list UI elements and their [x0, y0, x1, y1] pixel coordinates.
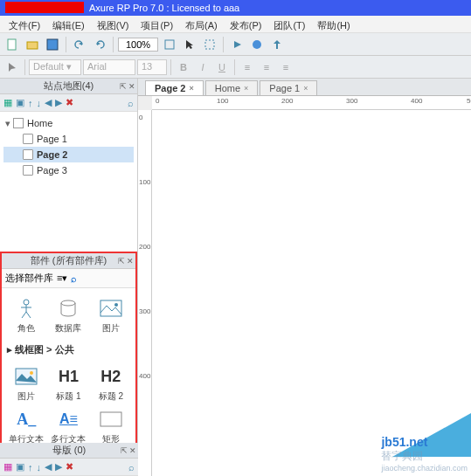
widget-label: 标题 2	[93, 390, 129, 403]
tree-label: Page 3	[37, 165, 67, 176]
widget-actor[interactable]: 角色	[8, 297, 45, 335]
sitemap-search-icon[interactable]: ⌕	[128, 98, 134, 108]
align-right-button[interactable]: ≡	[277, 59, 294, 76]
bold-button[interactable]: B	[175, 59, 192, 76]
zoom-fit-button[interactable]	[161, 36, 178, 53]
style-dropdown[interactable]: Default ▾	[29, 59, 81, 75]
widget-label: 标题 1	[50, 390, 87, 403]
add-page-icon[interactable]: ▦	[3, 97, 12, 108]
search-icon[interactable]: ⌕	[71, 273, 77, 284]
widgets-filter-bar: 选择部件库 ≡▾ ⌕	[2, 269, 135, 288]
undo-button[interactable]	[71, 36, 88, 53]
indent-icon[interactable]: ▶	[55, 97, 62, 108]
menu-project[interactable]: 项目(P)	[135, 17, 178, 31]
widget-category-wireframe[interactable]: ▸ 线框图 > 公共	[5, 340, 132, 360]
add-master-icon[interactable]: ▦	[3, 461, 12, 473]
svg-point-9	[114, 303, 118, 307]
new-button[interactable]	[3, 36, 21, 53]
move-up-icon[interactable]: ↑	[28, 98, 33, 108]
move-down-icon[interactable]: ↓	[37, 462, 42, 473]
select-tool-button[interactable]	[181, 36, 198, 53]
menu-arrange[interactable]: 布局(A)	[180, 17, 223, 31]
align-left-button[interactable]: ≡	[239, 59, 256, 76]
delete-icon[interactable]: ✖	[66, 97, 73, 108]
menu-edit[interactable]: 编辑(E)	[47, 17, 90, 31]
menu-publish[interactable]: 发布(P)	[225, 17, 267, 31]
pointer-icon[interactable]	[3, 59, 21, 76]
masters-search-icon[interactable]: ⌕	[128, 462, 135, 473]
main-toolbar: 100%	[0, 33, 471, 56]
library-menu-icon[interactable]: ≡▾	[57, 272, 67, 284]
tab-page2[interactable]: Page 2 ×	[145, 80, 204, 95]
menu-help[interactable]: 帮助(H)	[312, 17, 355, 31]
app-title: Axure RP Pro 7.0 : Licensed to aaa	[89, 0, 239, 16]
align-center-button[interactable]: ≡	[258, 59, 275, 76]
widget-h2[interactable]: H2 标题 2	[93, 365, 129, 403]
widget-label: 图片	[8, 390, 45, 403]
widget-image2[interactable]: 图片	[8, 365, 45, 403]
close-icon[interactable]: ×	[303, 84, 308, 93]
tab-page1[interactable]: Page 1 ×	[260, 80, 317, 95]
library-selector-label: 选择部件库	[5, 272, 53, 285]
open-button[interactable]	[24, 36, 41, 53]
outdent-icon[interactable]: ◀	[45, 97, 52, 108]
add-folder-icon[interactable]: ▣	[16, 97, 24, 108]
tree-item-page3[interactable]: Page 3	[3, 162, 134, 178]
menu-view[interactable]: 视图(V)	[92, 17, 135, 31]
masters-toolbar: ▦ ▣ ↑ ↓ ◀ ▶ ✖ ⌕	[0, 459, 138, 476]
svg-point-5	[253, 40, 261, 49]
tree-item-page1[interactable]: Page 1	[3, 131, 134, 147]
add-folder-icon[interactable]: ▣	[16, 461, 24, 473]
font-dropdown[interactable]: Arial	[83, 59, 135, 75]
indent-icon[interactable]: ▶	[55, 461, 62, 473]
panel-close-icon[interactable]: ✕	[127, 257, 134, 266]
size-dropdown[interactable]: 13	[137, 59, 167, 75]
svg-rect-3	[165, 40, 174, 49]
widget-database[interactable]: 数据库	[50, 297, 87, 335]
collapse-icon[interactable]: ▾	[5, 118, 10, 129]
widget-textarea[interactable]: A≡ 多行文本	[50, 408, 87, 445]
page-icon	[23, 165, 33, 176]
widget-textfield[interactable]: A_ 单行文本	[8, 408, 45, 445]
publish-button[interactable]	[248, 36, 266, 53]
tab-home[interactable]: Home ×	[205, 80, 259, 95]
move-up-icon[interactable]: ↑	[28, 462, 33, 473]
svg-rect-2	[47, 39, 58, 50]
share-button[interactable]	[268, 36, 286, 53]
panel-close-icon[interactable]: ✕	[128, 82, 135, 91]
tab-label: Home	[215, 83, 240, 93]
document-tabs: Page 2 × Home × Page 1 ×	[138, 79, 471, 96]
preview-button[interactable]	[228, 36, 246, 53]
underline-button[interactable]: U	[213, 59, 231, 76]
widgets-title: 部件 (所有部件库)	[31, 254, 107, 267]
redo-button[interactable]	[91, 36, 108, 53]
tree-item-home[interactable]: ▾ Home	[3, 115, 134, 131]
close-icon[interactable]: ×	[244, 84, 248, 93]
outdent-icon[interactable]: ◀	[45, 461, 52, 473]
menu-bar: 文件(F) 编辑(E) 视图(V) 项目(P) 布局(A) 发布(P) 团队(T…	[0, 16, 471, 33]
move-down-icon[interactable]: ↓	[37, 98, 42, 108]
save-button[interactable]	[44, 36, 61, 53]
tree-item-page2[interactable]: Page 2	[3, 147, 134, 162]
panel-pin-icon[interactable]: ⇱	[120, 82, 127, 91]
menu-team[interactable]: 团队(T)	[268, 17, 310, 31]
corner-decoration	[392, 413, 471, 457]
delete-icon[interactable]: ✖	[66, 461, 73, 473]
widget-rectangle[interactable]: 矩形	[93, 408, 129, 445]
italic-button[interactable]: I	[194, 59, 211, 76]
page-icon	[23, 134, 33, 144]
panel-pin-icon[interactable]: ⇱	[121, 446, 128, 455]
panel-pin-icon[interactable]: ⇱	[118, 257, 125, 266]
zoom-input[interactable]: 100%	[118, 38, 158, 52]
ruler-horizontal: 0 100 200 300 400 500	[152, 96, 471, 110]
close-icon[interactable]: ×	[189, 84, 193, 93]
tab-label: Page 2	[155, 83, 185, 93]
panel-close-icon[interactable]: ✕	[129, 446, 136, 455]
menu-file[interactable]: 文件(F)	[3, 17, 45, 31]
svg-rect-0	[8, 39, 16, 50]
page-icon	[13, 118, 24, 128]
area-select-button[interactable]	[201, 36, 218, 53]
widget-h1[interactable]: H1 标题 1	[50, 365, 87, 403]
widget-image[interactable]: 图片	[93, 297, 129, 335]
widget-label: 数据库	[50, 322, 87, 335]
